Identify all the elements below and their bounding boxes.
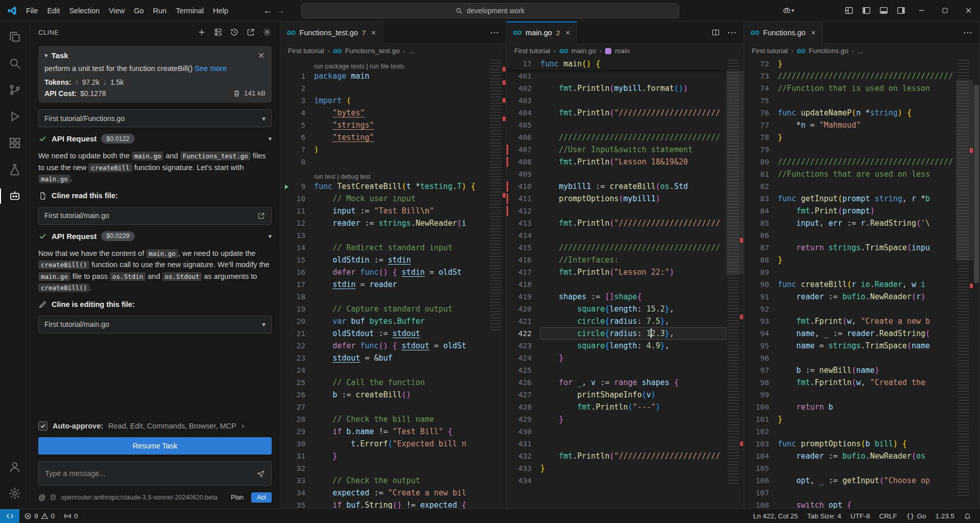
line-number[interactable]: 102 bbox=[744, 427, 778, 436]
code-line[interactable]: 3import ( bbox=[280, 94, 489, 107]
code-line[interactable]: 433} bbox=[507, 462, 726, 474]
line-number[interactable]: 3 bbox=[280, 97, 314, 105]
auto-approve-row[interactable]: Auto-approve: Read, Edit, Commands, Brow… bbox=[38, 421, 272, 431]
code-line[interactable]: 420 square{length: 15.2}, bbox=[507, 303, 726, 315]
menu-selection[interactable]: Selection bbox=[64, 5, 104, 17]
line-number[interactable]: 413 bbox=[507, 219, 540, 227]
ports-indicator[interactable]: 0 bbox=[59, 509, 83, 523]
codelens[interactable]: run test | debug test bbox=[280, 168, 489, 180]
code-line[interactable]: 409 bbox=[507, 168, 726, 180]
close-tab-icon[interactable]: × bbox=[565, 29, 569, 37]
code-line[interactable]: 73////////////////////////////////////// bbox=[744, 70, 956, 82]
code-line[interactable]: 431 bbox=[507, 438, 726, 450]
menu-file[interactable]: File bbox=[21, 5, 42, 17]
minimize-button[interactable] bbox=[910, 0, 933, 21]
menu-view[interactable]: View bbox=[104, 5, 129, 17]
code-line[interactable]: 427 printShapeInfo(v) bbox=[507, 389, 726, 401]
line-number[interactable]: 30 bbox=[280, 440, 314, 448]
remote-indicator[interactable] bbox=[0, 509, 19, 523]
code-line[interactable]: 428 fmt.Println("---") bbox=[507, 401, 726, 413]
line-number[interactable]: 402 bbox=[507, 84, 540, 92]
line-number[interactable]: 90 bbox=[744, 280, 778, 289]
breadcrumb-item[interactable]: main bbox=[615, 47, 630, 55]
split-editor-icon[interactable] bbox=[711, 28, 720, 37]
code-line[interactable]: 417 fmt.Println("Lesson 22:") bbox=[507, 266, 726, 278]
code-line[interactable]: 28 // Check the bill name bbox=[280, 413, 489, 425]
edit-file-select[interactable]: First tutorial/main.go ▾ bbox=[38, 316, 272, 334]
line-number[interactable]: 13 bbox=[280, 231, 314, 240]
line-number[interactable]: 29 bbox=[280, 427, 314, 436]
code-line[interactable]: 6 "testing" bbox=[280, 131, 489, 144]
line-number[interactable]: 107 bbox=[744, 489, 778, 497]
code-line[interactable]: 13 bbox=[280, 229, 489, 242]
breadcrumb-item[interactable]: ... bbox=[409, 47, 414, 55]
code-line[interactable]: 35 if buf.String() != expected { bbox=[280, 499, 489, 509]
line-number[interactable]: 23 bbox=[280, 354, 314, 362]
line-number[interactable]: 19 bbox=[280, 305, 314, 313]
line-number[interactable]: 8 bbox=[280, 158, 314, 166]
toggle-secondary-sidebar-icon[interactable] bbox=[892, 0, 910, 21]
line-number[interactable]: 2 bbox=[280, 84, 314, 92]
code-line[interactable]: 101} bbox=[744, 413, 956, 425]
tab-main.go[interactable]: GOmain.go2× bbox=[507, 21, 577, 44]
forward-button[interactable]: → bbox=[276, 6, 285, 16]
line-number[interactable]: 95 bbox=[744, 342, 778, 350]
code-line[interactable]: 99 bbox=[744, 389, 956, 401]
line-number[interactable]: 408 bbox=[507, 158, 540, 166]
resume-task-button[interactable]: Resume Task bbox=[38, 437, 272, 455]
line-number[interactable]: 21 bbox=[280, 329, 314, 338]
more-actions-icon[interactable]: ⋯ bbox=[727, 27, 737, 38]
line-number[interactable]: 410 bbox=[507, 182, 540, 191]
code-line[interactable]: 401 bbox=[507, 70, 726, 82]
line-number[interactable]: 5 bbox=[280, 121, 314, 129]
line-number[interactable]: 26 bbox=[280, 391, 314, 399]
line-number[interactable]: 87 bbox=[744, 244, 778, 252]
read-file-link[interactable]: First tutorial/main.go bbox=[38, 207, 272, 225]
plan-toggle[interactable]: Plan bbox=[227, 492, 247, 503]
sticky-scroll-line[interactable]: 17func main() { bbox=[507, 58, 726, 70]
line-number[interactable]: 98 bbox=[744, 378, 778, 387]
line-number[interactable]: 423 bbox=[507, 342, 540, 350]
line-number[interactable]: 97 bbox=[744, 366, 778, 374]
line-number[interactable]: 28 bbox=[280, 415, 314, 423]
menu-terminal[interactable]: Terminal bbox=[171, 5, 208, 17]
line-number[interactable]: 414 bbox=[507, 231, 540, 240]
close-window-button[interactable] bbox=[957, 0, 980, 21]
code-line[interactable]: 415 /////////////////////////////////// bbox=[507, 242, 726, 254]
line-number[interactable]: 27 bbox=[280, 403, 314, 411]
line-number[interactable]: 16 bbox=[280, 268, 314, 276]
code-line[interactable]: 100 return b bbox=[744, 401, 956, 413]
line-number[interactable]: 33 bbox=[280, 477, 314, 485]
new-task-icon[interactable] bbox=[197, 28, 206, 37]
line-number[interactable]: 426 bbox=[507, 378, 540, 387]
line-number[interactable]: 425 bbox=[507, 366, 540, 374]
line-number[interactable]: 22 bbox=[280, 342, 314, 350]
code-line[interactable]: 402 fmt.Println(mybill.format()) bbox=[507, 82, 726, 94]
code-line[interactable]: 416 //Interfaces: bbox=[507, 254, 726, 266]
code-area[interactable]: run package tests | run file tests1packa… bbox=[280, 58, 489, 509]
code-line[interactable]: 407 //User Input&switch statement bbox=[507, 144, 726, 156]
line-number[interactable]: 100 bbox=[744, 403, 778, 411]
database-icon[interactable] bbox=[50, 494, 57, 501]
see-more-link[interactable]: See more bbox=[195, 64, 227, 73]
code-line[interactable]: 12 reader := strings.NewReader(i bbox=[280, 217, 489, 229]
line-number[interactable]: 12 bbox=[280, 219, 314, 227]
minimap[interactable] bbox=[489, 58, 506, 509]
line-number[interactable]: 416 bbox=[507, 256, 540, 264]
indentation[interactable]: Tab Size: 4 bbox=[802, 512, 846, 520]
line-number[interactable]: 24 bbox=[280, 366, 314, 374]
toggle-panel-icon[interactable] bbox=[875, 0, 892, 21]
code-line[interactable]: 92 bbox=[744, 303, 956, 315]
customize-layout-icon[interactable] bbox=[840, 0, 857, 21]
line-number[interactable]: 94 bbox=[744, 329, 778, 338]
code-line[interactable]: 89 bbox=[744, 266, 956, 278]
line-number[interactable]: 17 bbox=[280, 280, 314, 289]
breadcrumb-item[interactable]: Functions.go bbox=[809, 47, 848, 55]
code-line[interactable]: 408 fmt.Println("Lesson 18&19&20 bbox=[507, 156, 726, 168]
code-line[interactable]: 421 circle{radius: 7.5}, bbox=[507, 315, 726, 327]
code-line[interactable]: 404 fmt.Println("////////////////////// bbox=[507, 107, 726, 119]
code-line[interactable]: 418 bbox=[507, 278, 726, 291]
code-line[interactable]: 81//Functions that are used on less bbox=[744, 168, 956, 180]
code-line[interactable]: 106 opt, _ := getInput("Choose op bbox=[744, 474, 956, 487]
code-line[interactable]: 82 bbox=[744, 180, 956, 193]
